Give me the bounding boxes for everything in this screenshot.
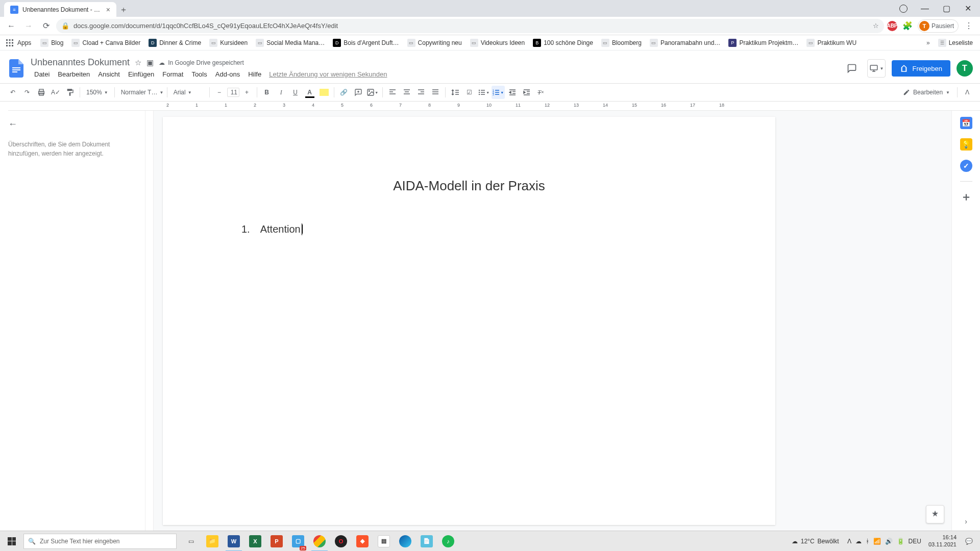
profile-chip[interactable]: T Pausiert [918, 19, 959, 33]
bookmark-item[interactable]: ▭Cload + Canva Bilder [68, 38, 143, 48]
font-size-plus[interactable]: + [240, 86, 254, 99]
bookmark-item[interactable]: ▭Panoramabahn und… [647, 38, 723, 48]
style-select[interactable]: Normaler T…▼ [118, 89, 164, 96]
brave-app-icon[interactable]: ◆ [352, 531, 373, 552]
align-left-icon[interactable] [386, 86, 399, 99]
side-panel-collapse-icon[interactable]: › [965, 517, 967, 525]
list-item[interactable]: 1. Attention [234, 223, 704, 235]
apps-label[interactable]: Apps [17, 39, 31, 46]
menu-help[interactable]: Hilfe [244, 69, 265, 80]
taskbar-clock[interactable]: 16:14 03.11.2021 [928, 534, 957, 547]
list-text[interactable]: Attention [260, 223, 301, 235]
calendar-addon-icon[interactable]: 📅 [960, 117, 972, 129]
word-app-icon[interactable]: W [224, 531, 244, 552]
bookmark-item[interactable]: ▭Kursideen [206, 38, 251, 48]
notepad-app-icon[interactable]: 📄 [416, 531, 437, 552]
keep-addon-icon[interactable]: 💡 [960, 138, 972, 151]
browser-tab[interactable]: ≡ Unbenanntes Dokument - Googl × [4, 2, 116, 17]
insert-comment-icon[interactable] [352, 86, 365, 99]
increase-indent-icon[interactable] [520, 86, 533, 99]
minimize-button[interactable]: — [915, 2, 935, 16]
tab-close-icon[interactable]: × [106, 6, 110, 14]
bookmark-item[interactable]: ▭Blog [37, 38, 66, 48]
powerpoint-app-icon[interactable]: P [266, 531, 287, 552]
document-heading[interactable]: AIDA-Modell in der Praxis [234, 178, 704, 194]
zoom-select[interactable]: 150%▼ [83, 89, 111, 96]
share-button[interactable]: Freigeben [892, 60, 950, 77]
get-addons-icon[interactable]: ＋ [960, 191, 972, 203]
bookmark-item[interactable]: DBois d'Argent Duft… [330, 38, 402, 48]
undo-icon[interactable]: ↶ [6, 86, 19, 99]
volume-tray-icon[interactable]: 🔊 [885, 538, 893, 545]
weather-widget[interactable]: ☁ 12°C Bewölkt [792, 538, 839, 545]
bookmark-item[interactable]: ▭Social Media Mana… [253, 38, 328, 48]
spellcheck-icon[interactable]: A✓ [49, 86, 62, 99]
tasks-addon-icon[interactable]: ✓ [960, 160, 972, 172]
font-select[interactable]: Arial▼ [170, 89, 206, 96]
menu-insert[interactable]: Einfügen [125, 69, 158, 80]
spotify-app-icon[interactable]: ♪ [438, 531, 458, 552]
file-explorer-icon[interactable]: 📁 [202, 531, 223, 552]
action-center-icon[interactable]: 💬 [960, 531, 978, 552]
bookmark-item[interactable]: B100 schöne Dinge [530, 38, 596, 48]
reload-button[interactable]: ⟳ [39, 19, 53, 33]
account-circle-icon[interactable] [893, 2, 914, 16]
last-edit-link[interactable]: Letzte Änderung vor wenigen Sekunden [269, 70, 387, 78]
wifi-tray-icon[interactable]: 📶 [873, 538, 881, 545]
chrome-app-icon[interactable] [309, 531, 330, 552]
decrease-indent-icon[interactable] [506, 86, 519, 99]
notion-app-icon[interactable]: ▤ [374, 531, 394, 552]
excel-app-icon[interactable]: X [245, 531, 265, 552]
menu-tools[interactable]: Tools [188, 69, 210, 80]
taskbar-search[interactable]: 🔍 Zur Suche Text hier eingeben [23, 534, 177, 549]
task-view-icon[interactable]: ▭ [181, 531, 201, 552]
menu-file[interactable]: Datei [31, 69, 53, 80]
maximize-button[interactable]: ▢ [936, 2, 957, 16]
edge-app-icon[interactable] [395, 531, 415, 552]
align-justify-icon[interactable] [429, 86, 442, 99]
menu-addons[interactable]: Add-ons [212, 69, 243, 80]
address-bar[interactable]: 🔒 docs.google.com/document/d/1qqc0hCcfBL… [56, 19, 884, 33]
bookmark-item[interactable]: ▭Praktikum WU [803, 38, 860, 48]
browser-menu-icon[interactable]: ⋮ [962, 19, 976, 33]
explore-fab-icon[interactable] [926, 505, 944, 523]
photos-app-icon[interactable]: ▢25 [288, 531, 308, 552]
bookmark-star-icon[interactable]: ☆ [873, 22, 879, 30]
bulleted-list-icon[interactable]: ▼ [477, 86, 491, 99]
editing-mode-select[interactable]: Bearbeiten ▼ [899, 87, 954, 97]
italic-icon[interactable]: I [275, 86, 288, 99]
comment-history-icon[interactable] [843, 59, 861, 78]
insert-link-icon[interactable]: 🔗 [337, 86, 351, 99]
clear-format-icon[interactable]: T✕ [534, 86, 548, 99]
bookmark-item[interactable]: ▭Bloomberg [598, 38, 645, 48]
text-color-icon[interactable]: A [303, 86, 316, 99]
start-button[interactable] [0, 531, 23, 552]
reading-list-button[interactable]: ☰Leseliste [935, 38, 976, 48]
opera-app-icon[interactable]: O [331, 531, 351, 552]
insert-image-icon[interactable]: ▼ [366, 86, 379, 99]
document-canvas[interactable]: AIDA-Modell in der Praxis 1. Attention [154, 111, 951, 531]
tray-chevron-icon[interactable]: ᐱ [847, 538, 851, 545]
account-avatar[interactable]: T [957, 60, 973, 77]
abp-extension-icon[interactable]: ABP [887, 21, 897, 31]
docs-logo-icon[interactable] [7, 56, 26, 81]
close-window-button[interactable]: ✕ [958, 2, 978, 16]
numbered-list-icon[interactable]: 123▼ [492, 86, 505, 99]
onedrive-tray-icon[interactable]: ☁ [855, 538, 862, 545]
print-icon[interactable] [35, 86, 48, 99]
extensions-icon[interactable]: 🧩 [900, 19, 915, 33]
menu-view[interactable]: Ansicht [94, 69, 124, 80]
ime-indicator[interactable]: DEU [909, 538, 921, 545]
bookmark-item[interactable]: ▭Copywriting neu [404, 38, 465, 48]
move-folder-icon[interactable]: ▣ [146, 58, 154, 67]
star-icon[interactable]: ☆ [135, 58, 141, 67]
bookmark-item[interactable]: ▭Videokurs Ideen [467, 38, 528, 48]
apps-grid-icon[interactable] [4, 37, 15, 48]
forward-button[interactable]: → [21, 19, 36, 33]
bold-icon[interactable]: B [260, 86, 274, 99]
vertical-ruler[interactable] [145, 111, 154, 531]
bookmark-overflow-icon[interactable]: » [926, 39, 930, 46]
battery-tray-icon[interactable]: 🔋 [897, 538, 904, 545]
font-size-input[interactable]: 11 [227, 88, 239, 97]
horizontal-ruler[interactable]: 21123456789101112131415161718 [0, 102, 980, 111]
